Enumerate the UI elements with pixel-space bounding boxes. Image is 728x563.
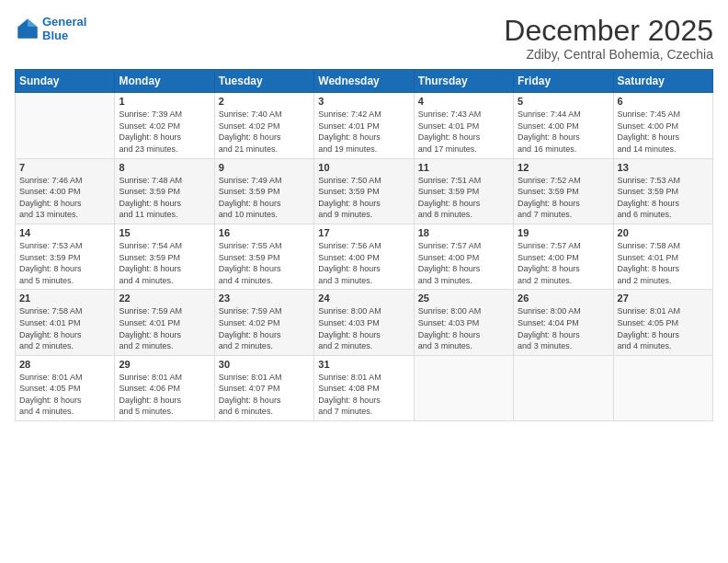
calendar-cell: 9Sunrise: 7:49 AM Sunset: 3:59 PM Daylig… [214,158,313,224]
day-number: 2 [219,96,310,107]
day-info: Sunrise: 8:00 AM Sunset: 4:03 PM Dayligh… [418,305,509,351]
day-number: 14 [19,227,110,238]
day-number: 25 [418,293,509,304]
day-info: Sunrise: 7:53 AM Sunset: 3:59 PM Dayligh… [19,240,110,286]
week-row-3: 14Sunrise: 7:53 AM Sunset: 3:59 PM Dayli… [16,224,713,289]
calendar-cell: 22Sunrise: 7:59 AM Sunset: 4:01 PM Dayli… [115,290,214,355]
calendar-cell: 20Sunrise: 7:58 AM Sunset: 4:01 PM Dayli… [613,224,712,289]
day-info: Sunrise: 8:01 AM Sunset: 4:07 PM Dayligh… [219,372,310,418]
calendar-cell: 27Sunrise: 8:01 AM Sunset: 4:05 PM Dayli… [613,290,712,355]
location: Zdiby, Central Bohemia, Czechia [504,47,713,62]
col-thursday: Thursday [414,70,513,93]
day-info: Sunrise: 7:39 AM Sunset: 4:02 PM Dayligh… [119,109,210,155]
calendar-cell: 15Sunrise: 7:54 AM Sunset: 3:59 PM Dayli… [115,224,214,289]
calendar-cell: 24Sunrise: 8:00 AM Sunset: 4:03 PM Dayli… [314,290,414,355]
title-block: December 2025 Zdiby, Central Bohemia, Cz… [504,15,713,62]
day-info: Sunrise: 8:01 AM Sunset: 4:06 PM Dayligh… [119,372,210,418]
calendar-cell [613,355,712,420]
month-title: December 2025 [504,15,713,47]
day-number: 30 [219,359,310,370]
day-info: Sunrise: 7:58 AM Sunset: 4:01 PM Dayligh… [618,240,709,286]
day-info: Sunrise: 7:54 AM Sunset: 3:59 PM Dayligh… [119,240,210,286]
day-info: Sunrise: 8:01 AM Sunset: 4:08 PM Dayligh… [318,372,409,418]
calendar-cell [16,93,115,158]
svg-marker-1 [28,19,38,28]
day-info: Sunrise: 7:43 AM Sunset: 4:01 PM Dayligh… [418,109,509,155]
day-info: Sunrise: 7:51 AM Sunset: 3:59 PM Dayligh… [418,175,509,221]
day-info: Sunrise: 7:40 AM Sunset: 4:02 PM Dayligh… [219,109,310,155]
day-info: Sunrise: 7:50 AM Sunset: 3:59 PM Dayligh… [318,175,409,221]
day-number: 6 [618,96,709,107]
col-tuesday: Tuesday [214,70,313,93]
calendar-cell: 3Sunrise: 7:42 AM Sunset: 4:01 PM Daylig… [314,93,414,158]
calendar-cell: 11Sunrise: 7:51 AM Sunset: 3:59 PM Dayli… [414,158,513,224]
day-info: Sunrise: 7:42 AM Sunset: 4:01 PM Dayligh… [318,109,409,155]
day-number: 5 [518,96,609,107]
calendar-cell [514,355,613,420]
calendar-cell: 25Sunrise: 8:00 AM Sunset: 4:03 PM Dayli… [414,290,513,355]
day-info: Sunrise: 8:00 AM Sunset: 4:03 PM Dayligh… [318,305,409,351]
calendar-cell: 2Sunrise: 7:40 AM Sunset: 4:02 PM Daylig… [214,93,313,158]
day-info: Sunrise: 8:01 AM Sunset: 4:05 PM Dayligh… [618,305,709,351]
day-number: 23 [219,293,310,304]
calendar-cell [414,355,513,420]
day-info: Sunrise: 7:45 AM Sunset: 4:00 PM Dayligh… [618,109,709,155]
logo: General Blue [15,15,86,42]
day-info: Sunrise: 7:52 AM Sunset: 3:59 PM Dayligh… [518,175,609,221]
day-number: 12 [518,162,609,173]
day-info: Sunrise: 7:56 AM Sunset: 4:00 PM Dayligh… [318,240,409,286]
calendar-cell: 14Sunrise: 7:53 AM Sunset: 3:59 PM Dayli… [16,224,115,289]
day-info: Sunrise: 7:58 AM Sunset: 4:01 PM Dayligh… [19,305,110,351]
day-number: 22 [119,293,210,304]
col-sunday: Sunday [16,70,115,93]
week-row-4: 21Sunrise: 7:58 AM Sunset: 4:01 PM Dayli… [16,290,713,355]
day-number: 21 [19,293,110,304]
day-info: Sunrise: 7:59 AM Sunset: 4:02 PM Dayligh… [219,305,310,351]
week-row-1: 1Sunrise: 7:39 AM Sunset: 4:02 PM Daylig… [16,93,713,158]
day-number: 29 [119,359,210,370]
day-number: 11 [418,162,509,173]
calendar-cell: 19Sunrise: 7:57 AM Sunset: 4:00 PM Dayli… [514,224,613,289]
day-number: 9 [219,162,310,173]
col-wednesday: Wednesday [314,70,414,93]
calendar-cell: 16Sunrise: 7:55 AM Sunset: 3:59 PM Dayli… [214,224,313,289]
col-friday: Friday [514,70,613,93]
calendar-table: Sunday Monday Tuesday Wednesday Thursday… [15,69,713,421]
calendar-cell: 30Sunrise: 8:01 AM Sunset: 4:07 PM Dayli… [214,355,313,420]
logo-text: General Blue [42,15,86,42]
day-number: 19 [518,227,609,238]
day-number: 13 [618,162,709,173]
day-number: 28 [19,359,110,370]
calendar-cell: 1Sunrise: 7:39 AM Sunset: 4:02 PM Daylig… [115,93,214,158]
calendar-cell: 26Sunrise: 8:00 AM Sunset: 4:04 PM Dayli… [514,290,613,355]
day-number: 31 [318,359,409,370]
calendar-cell: 10Sunrise: 7:50 AM Sunset: 3:59 PM Dayli… [314,158,414,224]
week-row-5: 28Sunrise: 8:01 AM Sunset: 4:05 PM Dayli… [16,355,713,420]
day-number: 10 [318,162,409,173]
day-info: Sunrise: 7:57 AM Sunset: 4:00 PM Dayligh… [518,240,609,286]
week-row-2: 7Sunrise: 7:46 AM Sunset: 4:00 PM Daylig… [16,158,713,224]
day-number: 15 [119,227,210,238]
day-number: 8 [119,162,210,173]
header: General Blue December 2025 Zdiby, Centra… [15,15,713,62]
calendar-cell: 31Sunrise: 8:01 AM Sunset: 4:08 PM Dayli… [314,355,414,420]
day-info: Sunrise: 7:46 AM Sunset: 4:00 PM Dayligh… [19,175,110,221]
calendar-cell: 4Sunrise: 7:43 AM Sunset: 4:01 PM Daylig… [414,93,513,158]
calendar-cell: 29Sunrise: 8:01 AM Sunset: 4:06 PM Dayli… [115,355,214,420]
calendar-cell: 21Sunrise: 7:58 AM Sunset: 4:01 PM Dayli… [16,290,115,355]
day-number: 3 [318,96,409,107]
day-info: Sunrise: 7:44 AM Sunset: 4:00 PM Dayligh… [518,109,609,155]
day-info: Sunrise: 7:55 AM Sunset: 3:59 PM Dayligh… [219,240,310,286]
day-info: Sunrise: 7:59 AM Sunset: 4:01 PM Dayligh… [119,305,210,351]
calendar-cell: 6Sunrise: 7:45 AM Sunset: 4:00 PM Daylig… [613,93,712,158]
svg-rect-2 [18,27,38,38]
col-saturday: Saturday [613,70,712,93]
day-info: Sunrise: 7:53 AM Sunset: 3:59 PM Dayligh… [618,175,709,221]
day-number: 16 [219,227,310,238]
day-info: Sunrise: 8:00 AM Sunset: 4:04 PM Dayligh… [518,305,609,351]
calendar-cell: 28Sunrise: 8:01 AM Sunset: 4:05 PM Dayli… [16,355,115,420]
calendar-cell: 23Sunrise: 7:59 AM Sunset: 4:02 PM Dayli… [214,290,313,355]
calendar-cell: 13Sunrise: 7:53 AM Sunset: 3:59 PM Dayli… [613,158,712,224]
col-monday: Monday [115,70,214,93]
day-info: Sunrise: 7:49 AM Sunset: 3:59 PM Dayligh… [219,175,310,221]
